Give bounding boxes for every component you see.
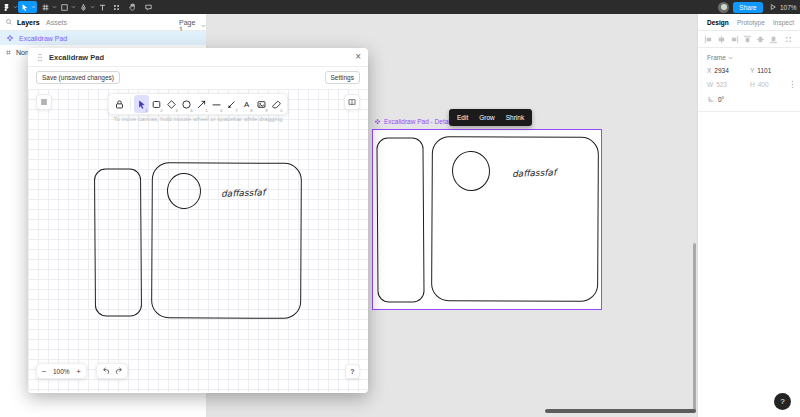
h-label: H: [750, 81, 755, 88]
align-top-icon[interactable]: [743, 35, 752, 44]
alignment-toolbar: [698, 31, 800, 48]
figma-logo-icon: [2, 2, 11, 13]
shrink-button[interactable]: Shrink: [506, 114, 524, 121]
excalidraw-widget-frame[interactable]: daffassfaf: [372, 129, 602, 310]
move-tool-button[interactable]: [18, 1, 37, 13]
widget-canvas-label[interactable]: Excalidraw Pad - Details: [374, 116, 454, 126]
user-avatar[interactable]: [718, 2, 729, 13]
width-field: W 523: [707, 81, 727, 88]
widget-icon: [6, 34, 14, 42]
frame-tool-button[interactable]: [40, 0, 57, 14]
tab-inspect[interactable]: Inspect: [773, 19, 794, 26]
text-icon: [98, 3, 107, 12]
zoom-menu[interactable]: 107%: [780, 0, 800, 14]
constrain-proportions-icon[interactable]: [789, 80, 796, 89]
tidy-up-icon[interactable]: [784, 35, 793, 44]
align-bottom-icon[interactable]: [769, 35, 778, 44]
chevron-down-icon: [13, 5, 18, 9]
height-field: H 400: [750, 81, 769, 88]
tab-design[interactable]: Design: [707, 19, 729, 26]
zoom-in-button[interactable]: +: [72, 363, 86, 379]
w-label: W: [707, 81, 713, 88]
modal-actions: Save (unsaved changes) Settings: [28, 67, 368, 89]
figma-help-button[interactable]: ?: [774, 393, 791, 410]
align-right-icon[interactable]: [730, 35, 739, 44]
inspector-tabs: Design Prototype Inspect: [698, 14, 800, 31]
x-position-field[interactable]: X 2934: [707, 67, 729, 74]
close-icon[interactable]: ×: [355, 51, 361, 63]
chevron-down-icon: [201, 24, 206, 28]
figma-toolbar: Share 107%: [0, 0, 800, 14]
widget-drawing-text: daffassfaf: [512, 167, 559, 179]
layer-row-excalidraw-pad[interactable]: Excalidraw Pad: [0, 31, 206, 45]
search-icon[interactable]: [5, 18, 13, 26]
frame-icon: [5, 49, 12, 56]
comment-tool-button[interactable]: [141, 0, 155, 14]
chevron-down-icon: [52, 5, 57, 9]
present-button[interactable]: [769, 3, 777, 11]
tab-layers[interactable]: Layers: [17, 19, 40, 26]
zoom-out-button[interactable]: −: [37, 363, 51, 379]
layer-name: Non: [16, 49, 29, 56]
h-value: 400: [758, 81, 769, 88]
y-value: 1101: [757, 67, 771, 74]
widget-icon: [374, 118, 381, 125]
modal-drawing: daffassfaf: [28, 89, 368, 392]
rotation-field[interactable]: 0°: [707, 95, 724, 103]
vertical-scrollbar[interactable]: [693, 243, 696, 412]
drag-handle-icon: [37, 53, 43, 62]
comment-icon: [144, 3, 153, 12]
excalidraw-modal: Excalidraw Pad × Save (unsaved changes) …: [28, 48, 368, 393]
align-vertical-center-icon[interactable]: [756, 35, 765, 44]
rectangle-icon: [60, 3, 69, 12]
section-divider: [698, 111, 800, 112]
modal-title: Excalidraw Pad: [49, 53, 104, 62]
layer-name: Excalidraw Pad: [19, 35, 67, 42]
tab-prototype[interactable]: Prototype: [737, 19, 765, 26]
horizontal-scrollbar[interactable]: [545, 409, 696, 413]
share-button[interactable]: Share: [733, 2, 763, 13]
grow-button[interactable]: Grow: [479, 114, 495, 121]
excalidraw-help-button[interactable]: ?: [345, 364, 360, 379]
excalidraw-canvas[interactable]: 1 2 3 4 5: [28, 89, 368, 392]
modal-header[interactable]: Excalidraw Pad ×: [28, 48, 368, 67]
undo-icon: [101, 366, 111, 376]
play-icon: [769, 3, 777, 11]
section-label: Frame: [707, 54, 726, 61]
settings-button[interactable]: Settings: [325, 71, 361, 84]
redo-icon: [114, 366, 124, 376]
redo-button[interactable]: [112, 363, 125, 379]
align-left-icon[interactable]: [704, 35, 713, 44]
undo-button[interactable]: [99, 363, 112, 379]
share-button-label: Share: [739, 4, 756, 11]
chevron-down-icon: [728, 56, 733, 60]
chevron-down-icon: [71, 5, 76, 9]
text-tool-button[interactable]: [96, 0, 109, 14]
pen-tool-button[interactable]: [78, 0, 95, 14]
hand-tool-button[interactable]: [125, 0, 139, 14]
save-button[interactable]: Save (unsaved changes): [36, 71, 120, 84]
y-label: Y: [750, 67, 754, 74]
chevron-down-icon: [31, 5, 36, 9]
tab-assets[interactable]: Assets: [46, 19, 67, 26]
edit-button[interactable]: Edit: [457, 114, 468, 121]
zoom-controls: − 100% +: [36, 363, 87, 379]
cursor-icon: [20, 3, 29, 12]
y-position-field[interactable]: Y 1101: [750, 67, 771, 74]
hand-icon: [128, 2, 137, 12]
chevron-down-icon: [90, 5, 95, 9]
history-controls: [96, 363, 128, 379]
widget-label-text: Excalidraw Pad - Details: [384, 118, 454, 125]
canvas-zoom-value[interactable]: 100%: [51, 368, 72, 375]
frame-section-selector[interactable]: Frame: [707, 54, 733, 61]
align-horizontal-center-icon[interactable]: [717, 35, 726, 44]
widget-drawing: daffassfaf: [373, 130, 600, 308]
resources-button[interactable]: [110, 0, 123, 14]
shape-tool-button[interactable]: [59, 0, 76, 14]
inspector-panel: Design Prototype Inspect Frame X 2934 Y …: [697, 14, 800, 417]
widget-context-toolbar: Edit Grow Shrink: [449, 109, 532, 126]
modal-drawing-text: daffassfaf: [221, 187, 268, 199]
sidebar-tabs: Layers Assets Page 1: [0, 14, 206, 31]
figma-menu-button[interactable]: [2, 0, 17, 14]
w-value: 523: [716, 81, 727, 88]
